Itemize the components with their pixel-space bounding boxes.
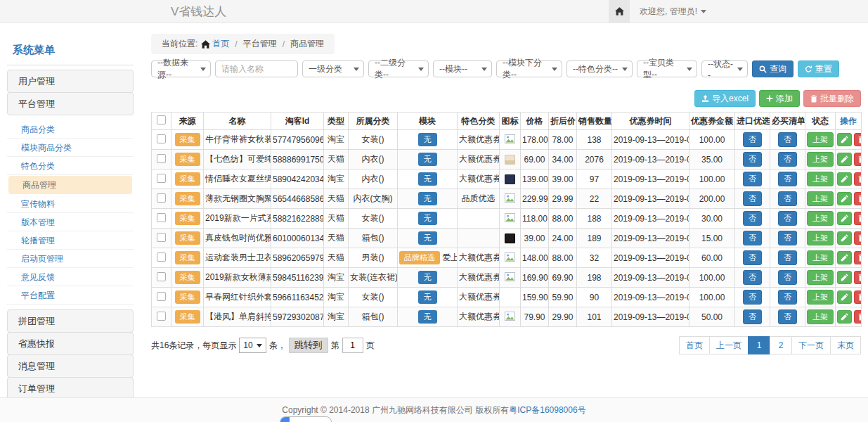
status-toggle[interactable]: 上架 bbox=[807, 172, 834, 186]
jump-page-input[interactable] bbox=[342, 338, 363, 353]
sidebar-item-carousel-management[interactable]: 轮播管理 bbox=[7, 231, 134, 250]
delete-button[interactable] bbox=[854, 153, 862, 166]
sidebar-item-goods-management[interactable]: 商品管理 bbox=[8, 176, 132, 194]
row-checkbox[interactable] bbox=[157, 193, 166, 203]
filter-item-type-select[interactable]: --宝贝类型-- bbox=[637, 60, 697, 77]
filter-data-source-select[interactable]: --数据来源-- bbox=[151, 60, 211, 77]
must-buy-toggle[interactable]: 否 bbox=[778, 132, 797, 147]
import-choice-toggle[interactable]: 否 bbox=[743, 250, 762, 265]
row-checkbox[interactable] bbox=[157, 292, 166, 301]
must-buy-toggle[interactable]: 否 bbox=[778, 211, 797, 226]
page-button-上一页[interactable]: 上一页 bbox=[709, 336, 749, 354]
add-button[interactable]: 添加 bbox=[759, 90, 800, 107]
must-buy-toggle[interactable]: 否 bbox=[778, 172, 797, 186]
row-checkbox[interactable] bbox=[157, 252, 166, 262]
import-choice-toggle[interactable]: 否 bbox=[743, 309, 762, 324]
row-checkbox[interactable] bbox=[157, 272, 166, 281]
row-checkbox[interactable] bbox=[157, 174, 166, 183]
sidebar-item-module-goods-category[interactable]: 模块商品分类 bbox=[7, 139, 134, 157]
delete-button[interactable] bbox=[854, 310, 862, 324]
page-button-1[interactable]: 1 bbox=[748, 336, 770, 354]
status-toggle[interactable]: 上架 bbox=[807, 250, 834, 265]
import-excel-button[interactable]: 导入excel bbox=[694, 90, 756, 107]
sidebar-item-group-buy-management[interactable]: 拼团管理 bbox=[7, 309, 134, 333]
batch-delete-button[interactable]: 批量删除 bbox=[803, 90, 861, 107]
sidebar-item-feature-category[interactable]: 特色分类 bbox=[7, 157, 134, 175]
edit-button[interactable] bbox=[837, 172, 852, 186]
filter-name-keyword-input[interactable] bbox=[215, 60, 298, 77]
page-button-下一页[interactable]: 下一页 bbox=[791, 336, 831, 354]
filter-category-level1-select[interactable]: 一级分类 bbox=[302, 60, 364, 77]
must-buy-toggle[interactable]: 否 bbox=[778, 250, 797, 265]
row-checkbox[interactable] bbox=[157, 134, 166, 143]
status-toggle[interactable]: 上架 bbox=[807, 270, 834, 285]
must-buy-toggle[interactable]: 否 bbox=[778, 152, 797, 167]
must-buy-toggle[interactable]: 否 bbox=[778, 191, 797, 206]
filter-module-select[interactable]: --模块-- bbox=[433, 60, 492, 77]
must-buy-toggle[interactable]: 否 bbox=[778, 270, 797, 285]
filter-status-select[interactable]: --状态-- bbox=[701, 60, 748, 77]
status-toggle[interactable]: 上架 bbox=[807, 191, 834, 206]
sidebar-item-user-management[interactable]: 用户管理 bbox=[7, 70, 134, 93]
filter-module-sub-category-select[interactable]: --模块下分类-- bbox=[496, 60, 562, 77]
filter-feature-category-select[interactable]: --特色分类-- bbox=[566, 60, 633, 77]
delete-button[interactable] bbox=[854, 271, 862, 284]
jump-button[interactable]: 跳转到 bbox=[289, 338, 328, 353]
status-toggle[interactable]: 上架 bbox=[807, 152, 834, 167]
page-button-末页[interactable]: 末页 bbox=[830, 336, 861, 354]
import-choice-toggle[interactable]: 否 bbox=[743, 290, 762, 305]
sidebar-item-feedback[interactable]: 意见反馈 bbox=[7, 268, 134, 286]
edit-button[interactable] bbox=[837, 231, 852, 245]
filter-category-level2-select[interactable]: --二级分类-- bbox=[368, 60, 429, 77]
status-toggle[interactable]: 上架 bbox=[807, 211, 834, 226]
status-toggle[interactable]: 上架 bbox=[807, 132, 834, 147]
edit-button[interactable] bbox=[837, 133, 852, 146]
sidebar-item-promo-material[interactable]: 宣传物料 bbox=[7, 195, 134, 213]
search-button[interactable]: 查询 bbox=[752, 60, 793, 77]
edit-button[interactable] bbox=[837, 251, 852, 264]
sidebar-item-message-management[interactable]: 消息管理 bbox=[7, 354, 134, 378]
edit-button[interactable] bbox=[837, 271, 852, 284]
status-toggle[interactable]: 上架 bbox=[807, 290, 834, 305]
home-button[interactable] bbox=[609, 0, 630, 23]
delete-button[interactable] bbox=[854, 172, 862, 186]
import-choice-toggle[interactable]: 否 bbox=[743, 270, 762, 285]
import-choice-toggle[interactable]: 否 bbox=[743, 191, 762, 206]
must-buy-toggle[interactable]: 否 bbox=[778, 231, 797, 245]
edit-button[interactable] bbox=[837, 290, 852, 304]
row-checkbox[interactable] bbox=[157, 213, 166, 222]
row-checkbox[interactable] bbox=[157, 312, 166, 321]
delete-button[interactable] bbox=[854, 192, 862, 205]
row-checkbox[interactable] bbox=[157, 233, 166, 242]
reset-button[interactable]: 重置 bbox=[798, 60, 839, 77]
sidebar-item-saving-express[interactable]: 省惠快报 bbox=[7, 332, 134, 355]
import-choice-toggle[interactable]: 否 bbox=[743, 211, 762, 226]
sidebar-item-splash-page-management[interactable]: 启动页管理 bbox=[7, 250, 134, 268]
must-buy-toggle[interactable]: 否 bbox=[778, 309, 797, 324]
page-button-2[interactable]: 2 bbox=[770, 336, 792, 354]
page-button-首页[interactable]: 首页 bbox=[679, 336, 710, 354]
row-checkbox[interactable] bbox=[157, 154, 166, 163]
sidebar-item-platform-management[interactable]: 平台管理 bbox=[7, 92, 134, 115]
delete-button[interactable] bbox=[854, 231, 862, 245]
import-choice-toggle[interactable]: 否 bbox=[743, 132, 762, 147]
sidebar-item-version-management[interactable]: 版本管理 bbox=[7, 213, 134, 231]
edit-button[interactable] bbox=[837, 192, 852, 205]
import-choice-toggle[interactable]: 否 bbox=[743, 172, 762, 186]
delete-button[interactable] bbox=[854, 133, 862, 146]
icp-link[interactable]: 粤ICP备16098006号 bbox=[509, 404, 585, 416]
delete-button[interactable] bbox=[854, 251, 862, 264]
import-choice-toggle[interactable]: 否 bbox=[743, 231, 762, 245]
import-choice-toggle[interactable]: 否 bbox=[743, 152, 762, 167]
must-buy-toggle[interactable]: 否 bbox=[778, 290, 797, 305]
user-menu[interactable]: 欢迎您, 管理员! bbox=[640, 6, 706, 18]
page-size-select[interactable]: 10 bbox=[239, 338, 266, 353]
delete-button[interactable] bbox=[854, 290, 862, 304]
edit-button[interactable] bbox=[837, 212, 852, 225]
delete-button[interactable] bbox=[854, 212, 862, 225]
status-toggle[interactable]: 上架 bbox=[807, 309, 834, 324]
sidebar-item-platform-config[interactable]: 平台配置 bbox=[7, 286, 134, 305]
sidebar-item-goods-category[interactable]: 商品分类 bbox=[7, 120, 134, 139]
breadcrumb-home-link[interactable]: 首页 bbox=[201, 38, 229, 50]
status-toggle[interactable]: 上架 bbox=[807, 231, 834, 245]
